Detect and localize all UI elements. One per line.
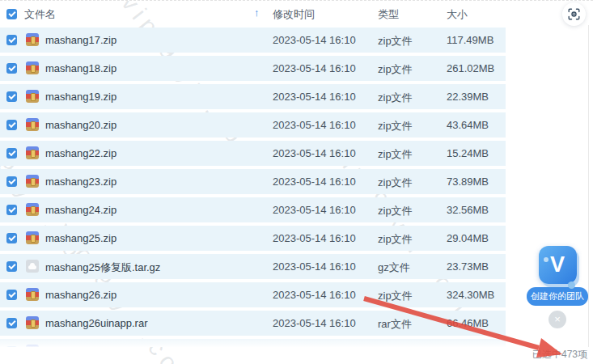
file-name[interactable]: mashang19.zip xyxy=(45,91,116,103)
table-row[interactable]: mashang25.zip 2023-05-14 16:10 zip文件 29.… xyxy=(0,226,506,251)
table-row[interactable]: mashang23.zip 2023-05-14 16:10 zip文件 73.… xyxy=(0,169,506,194)
file-type: zip文件 xyxy=(378,119,413,133)
row-checkbox[interactable] xyxy=(6,318,17,328)
file-size: 23.73MB xyxy=(447,260,489,273)
file-name[interactable]: mashang17.zip xyxy=(45,34,116,46)
select-all-checkbox[interactable] xyxy=(6,9,17,19)
file-size: 261.02MB xyxy=(447,62,494,74)
file-name[interactable]: mashang24.zip xyxy=(45,204,116,216)
row-checkbox[interactable] xyxy=(6,261,17,272)
file-modified: 2023-05-14 16:10 xyxy=(273,62,356,74)
table-header: 文件名 ↑ 修改时间 类型 大小 xyxy=(0,1,593,28)
file-type-icon xyxy=(26,61,39,74)
file-type: zip文件 xyxy=(378,232,413,247)
file-name[interactable]: mashang26uinapp.rar xyxy=(45,317,147,329)
file-size: 43.64MB xyxy=(447,119,489,131)
row-checkbox[interactable] xyxy=(6,346,17,347)
file-type: zip文件 xyxy=(378,62,413,77)
row-checkbox[interactable] xyxy=(6,205,17,215)
file-table: 文件名 ↑ 修改时间 类型 大小 mashang17.zip 2023-05-1… xyxy=(0,1,593,347)
decor-dot-icon xyxy=(544,257,549,262)
file-size: 32.56MB xyxy=(447,204,489,216)
logo-letter: V xyxy=(550,252,565,277)
file-modified: 2023-05-14 16:10 xyxy=(273,204,356,216)
close-icon[interactable]: × xyxy=(549,311,566,328)
file-size: 66.46MB xyxy=(447,317,489,329)
table-row[interactable]: mashang26uinapp.rar 2023-05-14 16:10 rar… xyxy=(0,311,506,336)
file-type: zip文件 xyxy=(378,176,413,190)
file-name[interactable]: mashang22.zip xyxy=(45,147,116,159)
scan-settings-icon xyxy=(568,8,580,20)
file-name[interactable]: mashang20.zip xyxy=(45,119,116,131)
file-name[interactable]: mashang25修复版.tar.gz xyxy=(45,260,160,275)
file-type-icon xyxy=(26,260,39,273)
row-checkbox[interactable] xyxy=(6,148,17,159)
file-name[interactable]: mashang23.zip xyxy=(45,176,116,188)
file-type-icon xyxy=(26,118,39,131)
team-app-logo[interactable]: V xyxy=(539,246,577,284)
file-modified: 2023-05-14 16:10 xyxy=(273,91,356,103)
file-type: zip文件 xyxy=(378,34,413,49)
file-modified: 2023-05-14 16:10 xyxy=(273,176,356,188)
file-modified: 2023-05-14 16:10 xyxy=(273,34,356,46)
file-size: 117.49MB xyxy=(447,34,493,46)
file-type-icon xyxy=(26,231,39,244)
file-type-icon xyxy=(26,175,39,188)
file-type: zip文件 xyxy=(378,289,413,303)
row-checkbox[interactable] xyxy=(6,91,17,102)
column-header-filename[interactable]: 文件名 xyxy=(24,7,56,22)
file-modified: 2023-05-14 16:10 xyxy=(273,119,356,131)
file-type-icon xyxy=(26,316,39,329)
selection-count-status: 已选中473项 xyxy=(532,348,587,362)
sort-ascending-icon[interactable]: ↑ xyxy=(254,6,260,19)
column-header-modified[interactable]: 修改时间 xyxy=(273,7,315,22)
file-name[interactable]: mashang25.zip xyxy=(45,232,116,244)
file-type: zip文件 xyxy=(378,147,413,162)
table-row[interactable]: mashang20.zip 2023-05-14 16:10 zip文件 43.… xyxy=(0,112,506,138)
file-list: mashang17.zip 2023-05-14 16:10 zip文件 117… xyxy=(0,28,593,347)
file-type-icon xyxy=(26,345,39,347)
table-row[interactable]: mashang26.zip 2023-05-14 16:10 zip文件 324… xyxy=(0,282,506,307)
row-checkbox[interactable] xyxy=(6,290,17,300)
row-checkbox[interactable] xyxy=(6,176,17,187)
table-row[interactable]: mashang22.zip 2023-05-14 16:10 zip文件 15.… xyxy=(0,141,506,166)
row-checkbox[interactable] xyxy=(6,35,17,45)
file-size: 324.30MB xyxy=(447,289,494,301)
file-modified: 2023-05-14 16:10 xyxy=(273,147,356,159)
row-checkbox[interactable] xyxy=(6,63,17,74)
table-row[interactable]: mashang17.zip 2023-05-14 16:10 zip文件 117… xyxy=(0,28,506,53)
table-row[interactable]: mashang24.zip 2023-05-14 16:10 zip文件 32.… xyxy=(0,197,506,222)
file-type: zip文件 xyxy=(378,91,413,105)
column-header-type[interactable]: 类型 xyxy=(378,7,399,22)
team-promo-popup: V 创建你的团队 × xyxy=(524,246,591,328)
create-team-button[interactable]: 创建你的团队 xyxy=(527,287,588,306)
file-type-icon xyxy=(26,90,39,103)
file-modified: 2023-05-14 16:10 xyxy=(273,232,356,244)
file-type-icon xyxy=(26,146,39,159)
file-type: rar文件 xyxy=(378,317,412,332)
table-row[interactable] xyxy=(0,339,506,347)
file-type-icon xyxy=(26,33,39,46)
row-checkbox[interactable] xyxy=(6,120,17,130)
file-manager-window: vip.9fym.com vip.9fym.com vip.9fym.com v… xyxy=(0,0,593,364)
file-type: zip文件 xyxy=(378,204,413,218)
file-modified: 2023-05-14 16:10 xyxy=(273,289,356,301)
file-size: 22.39MB xyxy=(447,91,489,103)
table-row[interactable]: mashang19.zip 2023-05-14 16:10 zip文件 22.… xyxy=(0,84,506,109)
file-size: 29.04MB xyxy=(447,232,489,244)
view-settings-button[interactable] xyxy=(562,2,586,26)
file-modified: 2023-05-14 16:10 xyxy=(273,317,356,329)
row-checkbox[interactable] xyxy=(6,233,17,243)
file-type-icon xyxy=(26,203,39,216)
file-type-icon xyxy=(26,288,39,301)
table-row[interactable]: mashang25修复版.tar.gz 2023-05-14 16:10 gz文… xyxy=(0,254,506,279)
file-name[interactable]: mashang26.zip xyxy=(45,289,116,301)
file-size: 15.24MB xyxy=(447,147,489,159)
table-row[interactable]: mashang18.zip 2023-05-14 16:10 zip文件 261… xyxy=(0,56,506,81)
file-modified: 2023-05-14 16:10 xyxy=(273,260,356,273)
file-type: gz文件 xyxy=(378,260,410,275)
file-size: 73.89MB xyxy=(447,176,489,188)
file-name[interactable]: mashang18.zip xyxy=(45,62,116,74)
column-header-size[interactable]: 大小 xyxy=(447,7,468,22)
decor-dot-icon xyxy=(568,281,575,289)
